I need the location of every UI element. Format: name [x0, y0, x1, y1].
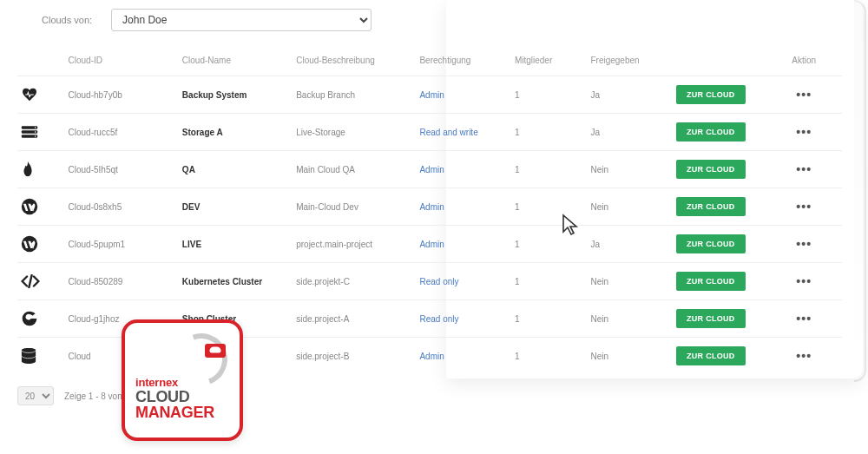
- header-cloud-desc: Cloud-Beschreibung: [291, 49, 414, 76]
- zur-cloud-button[interactable]: ZUR CLOUD: [676, 197, 746, 216]
- cloud-manager-logo: internex CLOUD MANAGER: [122, 319, 243, 441]
- permission-link[interactable]: Read and write: [419, 128, 477, 137]
- permission-link[interactable]: Admin: [419, 165, 444, 174]
- table-row: Cloud-5Ih5qtQAMain Cloud QAAdmin1NeinZUR…: [17, 151, 842, 188]
- permission-link[interactable]: Admin: [419, 240, 444, 249]
- header-action: Aktion: [766, 49, 842, 76]
- filter-label: Clouds von:: [42, 15, 92, 25]
- cloud-id: Cloud-0s8xh5: [63, 188, 177, 226]
- header-members: Mitglieder: [510, 49, 586, 76]
- cloud-id: Cloud-5Ih5qt: [63, 151, 177, 188]
- cloud-name: LIVE: [182, 240, 201, 249]
- cloud-description: Live-Storage: [291, 114, 414, 151]
- cloud-name: DEV: [182, 202, 201, 212]
- zur-cloud-button[interactable]: ZUR CLOUD: [676, 346, 746, 365]
- page-size-select[interactable]: 20: [17, 386, 54, 405]
- wordpress-icon: [21, 198, 60, 215]
- header-cloud-id: Cloud-ID: [63, 49, 177, 76]
- g-icon: [21, 310, 60, 327]
- members-count: 1: [510, 151, 586, 188]
- more-actions-button[interactable]: •••: [796, 88, 812, 102]
- more-actions-button[interactable]: •••: [796, 237, 812, 251]
- zur-cloud-button[interactable]: ZUR CLOUD: [676, 309, 746, 328]
- members-count: 1: [510, 338, 586, 375]
- svg-point-5: [35, 135, 36, 137]
- heartbeat-icon: [21, 88, 60, 102]
- cloud-description: Backup Branch: [291, 76, 414, 114]
- table-row: Cloud-0s8xh5DEVMain-Cloud DevAdmin1NeinZ…: [17, 188, 842, 226]
- zur-cloud-button[interactable]: ZUR CLOUD: [676, 160, 746, 179]
- cloud-name: QA: [182, 165, 195, 174]
- zur-cloud-button[interactable]: ZUR CLOUD: [676, 272, 746, 291]
- cloud-id: Cloud-850289: [63, 263, 177, 300]
- cloud-description: side.project-B: [291, 338, 414, 375]
- shared-status: Ja: [585, 226, 671, 263]
- shared-status: Ja: [585, 114, 671, 151]
- more-actions-button[interactable]: •••: [796, 312, 812, 326]
- flame-icon: [21, 161, 60, 178]
- shared-status: Nein: [585, 338, 671, 375]
- table-row: Cloud-rucc5fStorage ALive-StorageRead an…: [17, 114, 842, 151]
- permission-link[interactable]: Read only: [419, 277, 458, 286]
- header-shared: Freigegeben: [585, 49, 671, 76]
- members-count: 1: [510, 263, 586, 300]
- shared-status: Nein: [585, 151, 671, 188]
- cloud-icon: [205, 344, 226, 358]
- server-icon: [21, 125, 60, 139]
- cloud-description: project.main-project: [291, 226, 414, 263]
- clouds-von-select[interactable]: John Doe: [111, 9, 372, 31]
- svg-point-3: [35, 127, 36, 128]
- more-actions-button[interactable]: •••: [796, 200, 812, 214]
- pagination-info: Zeige 1 - 8 von 8: [64, 391, 129, 401]
- header-cloud-name: Cloud-Name: [177, 49, 291, 76]
- members-count: 1: [510, 76, 586, 114]
- cloud-name: Backup System: [182, 90, 247, 100]
- cloud-name: Storage A: [182, 128, 223, 137]
- wordpress-icon: [21, 235, 60, 253]
- table-row: Cloud-hb7y0bBackup SystemBackup BranchAd…: [17, 76, 842, 114]
- members-count: 1: [510, 226, 586, 263]
- cloud-description: side.project-A: [291, 300, 414, 338]
- cloud-description: Main-Cloud Dev: [291, 188, 414, 226]
- header-permission: Berechtigung: [414, 49, 509, 76]
- table-row: Cloud-850289Kubernetes Clusterside.proje…: [17, 263, 842, 300]
- cloud-description: Main Cloud QA: [291, 151, 414, 188]
- cloud-id: Cloud-rucc5f: [63, 114, 177, 151]
- svg-point-4: [35, 131, 36, 133]
- cloud-name: Kubernetes Cluster: [182, 277, 262, 286]
- zur-cloud-button[interactable]: ZUR CLOUD: [676, 234, 746, 253]
- shared-status: Nein: [585, 263, 671, 300]
- more-actions-button[interactable]: •••: [796, 349, 812, 363]
- permission-link[interactable]: Admin: [419, 352, 444, 361]
- database-icon: [21, 347, 60, 365]
- permission-link[interactable]: Admin: [419, 90, 444, 100]
- more-actions-button[interactable]: •••: [796, 125, 812, 139]
- cloud-id: Cloud-5pupm1: [63, 226, 177, 263]
- shared-status: Ja: [585, 76, 671, 114]
- table-row: Cloud-5pupm1LIVEproject.main-projectAdmi…: [17, 226, 842, 263]
- permission-link[interactable]: Read only: [419, 314, 458, 324]
- more-actions-button[interactable]: •••: [796, 274, 812, 288]
- members-count: 1: [510, 188, 586, 226]
- cloud-id: Cloud-hb7y0b: [63, 76, 177, 114]
- zur-cloud-button[interactable]: ZUR CLOUD: [676, 122, 746, 141]
- more-actions-button[interactable]: •••: [796, 162, 812, 176]
- members-count: 1: [510, 114, 586, 151]
- cloud-description: side.projekt-C: [291, 263, 414, 300]
- zur-cloud-button[interactable]: ZUR CLOUD: [676, 85, 746, 104]
- shared-status: Nein: [585, 300, 671, 338]
- code-icon: [21, 274, 60, 288]
- permission-link[interactable]: Admin: [419, 202, 444, 212]
- members-count: 1: [510, 300, 586, 338]
- shared-status: Nein: [585, 188, 671, 226]
